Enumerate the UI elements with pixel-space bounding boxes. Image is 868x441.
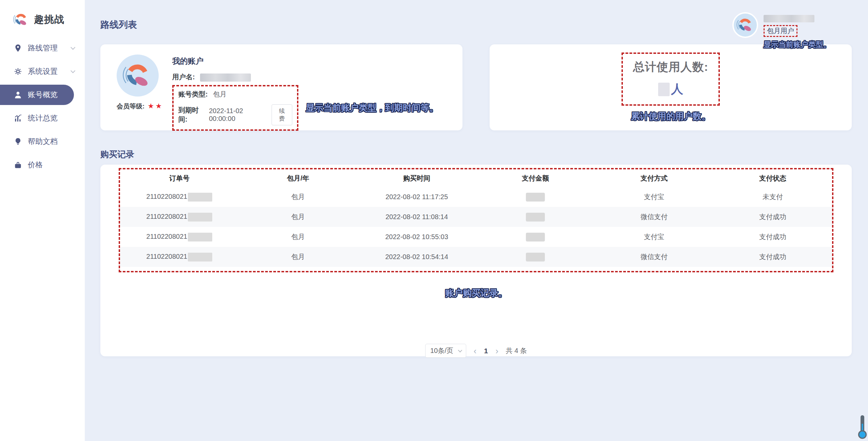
time-cell: 2022-08-02 10:55:03 (357, 227, 476, 247)
pagination-total: 共 4 条 (506, 346, 527, 355)
time-cell: 2022-08-02 10:54:14 (357, 247, 476, 267)
table-row: 21102208021 包月 2022-08-02 10:54:14 微信支付 … (120, 247, 832, 267)
redacted-order-suffix (188, 193, 212, 202)
table-header-row: 订单号 包月/年 购买时间 支付金额 支付方式 支付状态 (120, 169, 832, 187)
method-cell: 支付宝 (595, 227, 713, 247)
order-cell: 21102208021 (120, 207, 239, 227)
account-type-row: 账号类型: 包月 (178, 90, 292, 99)
account-type-label: 账号类型: (178, 90, 208, 98)
account-type-badge: 包月用户 (764, 25, 797, 37)
status-cell: 未支付 (713, 187, 832, 207)
order-prefix: 21102208021 (146, 193, 188, 200)
stats-chart-icon (14, 114, 22, 123)
redacted-username-value (200, 74, 251, 82)
total-users-unit: 人 (671, 81, 683, 98)
account-avatar (117, 55, 159, 97)
plan-cell: 包月 (239, 187, 357, 207)
account-type-wrap: 账号类型: 包月 到期时间: 2022-11-02 00:00:00 续费 显示… (172, 85, 449, 131)
sidebar: 趣挑战 路线管理 系统设置 账号概览 统计总览 (0, 0, 85, 441)
brand-q-icon (12, 11, 30, 28)
account-avatar-column: 会员等级: ★★ (117, 55, 161, 130)
table-row: 21102208021 包月 2022-08-02 11:17:25 支付宝 未… (120, 187, 832, 207)
help-doc-icon (14, 137, 22, 146)
user-avatar[interactable] (732, 12, 758, 38)
chevron-down-icon (458, 348, 462, 353)
time-cell: 2022-08-02 11:08:14 (357, 207, 476, 227)
redacted-amount (526, 233, 545, 241)
my-account-card: 会员等级: ★★ 我的账户 用户名: 账号类型: 包月 (100, 44, 462, 130)
settings-gear-icon (14, 67, 22, 76)
renew-button[interactable]: 续费 (272, 104, 292, 125)
member-level-label: 会员等级: (117, 103, 144, 110)
chevron-down-icon (71, 45, 75, 50)
col-amount: 支付金额 (476, 169, 595, 187)
next-page-icon[interactable]: › (495, 346, 498, 355)
topbar-user-area: 包月用户 显示当前账户类型。 (732, 12, 831, 50)
total-users-card: 总计使用人数: 人 累计使用的用户数。 (490, 44, 852, 130)
col-method: 支付方式 (595, 169, 713, 187)
page-size-value: 10条/页 (430, 346, 453, 355)
sidebar-item-label: 路线管理 (28, 43, 58, 53)
account-type-value: 包月 (213, 90, 226, 98)
plan-cell: 包月 (239, 247, 357, 267)
col-status: 支付状态 (713, 169, 832, 187)
username-label: 用户名: (172, 73, 195, 81)
annotation-account-type: 显示当前账户类型。 (764, 40, 831, 50)
username-row: 用户名: (172, 72, 449, 82)
account-card-title: 我的账户 (172, 56, 449, 66)
user-meta: 包月用户 显示当前账户类型。 (764, 12, 831, 50)
table-row: 21102208021 包月 2022-08-02 11:08:14 微信支付 … (120, 207, 832, 227)
total-users-value-line: 人 (633, 81, 708, 98)
redacted-order-suffix (188, 233, 212, 241)
table-row: 21102208021 包月 2022-08-02 10:55:03 支付宝 支… (120, 227, 832, 247)
sidebar-item-label: 账号概览 (28, 90, 58, 100)
redacted-amount (526, 253, 545, 261)
page-number-1[interactable]: 1 (484, 347, 488, 355)
redacted-amount (526, 213, 545, 222)
method-cell: 微信支付 (595, 247, 713, 267)
redacted-username (764, 15, 814, 22)
member-stars: ★★ (148, 102, 163, 110)
annotation-total-users: 累计使用的用户数。 (631, 110, 710, 122)
plan-cell: 包月 (239, 207, 357, 227)
sidebar-nav: 路线管理 系统设置 账号概览 统计总览 帮助文档 (0, 38, 85, 175)
sidebar-item-system-settings[interactable]: 系统设置 (0, 61, 85, 82)
expire-row: 到期时间: 2022-11-02 00:00:00 续费 (178, 104, 292, 125)
sidebar-item-price[interactable]: 价格 (0, 155, 85, 175)
member-level: 会员等级: ★★ (117, 102, 161, 111)
order-cell: 21102208021 (120, 187, 239, 207)
time-cell: 2022-08-02 11:17:25 (357, 187, 476, 207)
annotation-box-total-users: 总计使用人数: 人 (622, 52, 720, 106)
sidebar-item-label: 统计总览 (28, 113, 58, 123)
sidebar-item-account-overview[interactable]: 账号概览 (0, 85, 74, 105)
order-cell: 21102208021 (120, 247, 239, 267)
brand-q-icon (735, 15, 755, 35)
annotation-box-account-type: 账号类型: 包月 到期时间: 2022-11-02 00:00:00 续费 (172, 85, 298, 131)
order-prefix: 21102208021 (146, 253, 188, 260)
amount-cell (476, 187, 595, 207)
order-prefix: 21102208021 (146, 233, 188, 240)
page-size-select[interactable]: 10条/页 (425, 344, 466, 358)
sidebar-item-route-management[interactable]: 路线管理 (0, 38, 85, 58)
amount-cell (476, 247, 595, 267)
top-cards-row: 会员等级: ★★ 我的账户 用户名: 账号类型: 包月 (100, 44, 852, 130)
purchase-table: 订单号 包月/年 购买时间 支付金额 支付方式 支付状态 21102208021… (120, 169, 832, 267)
sidebar-item-label: 系统设置 (28, 66, 58, 77)
scroll-thermometer-widget[interactable] (858, 415, 867, 440)
sidebar-item-label: 价格 (28, 160, 43, 170)
user-icon (14, 90, 22, 99)
annotation-box-purchase-table: 订单号 包月/年 购买时间 支付金额 支付方式 支付状态 21102208021… (119, 168, 833, 272)
route-pin-icon (14, 44, 22, 52)
total-users-label: 总计使用人数: (633, 59, 708, 75)
sidebar-item-help-docs[interactable]: 帮助文档 (0, 131, 85, 152)
annotation-purchase-records: 账户购买记录。 (119, 287, 833, 299)
order-cell: 21102208021 (120, 227, 239, 247)
sidebar-item-stats-overview[interactable]: 统计总览 (0, 108, 85, 128)
method-cell: 支付宝 (595, 187, 713, 207)
pagination: 10条/页 ‹ 1 › 共 4 条 (119, 344, 833, 358)
app-logo-text: 趣挑战 (34, 13, 64, 26)
amount-cell (476, 207, 595, 227)
redacted-order-suffix (188, 253, 212, 261)
prev-page-icon[interactable]: ‹ (474, 346, 477, 355)
col-buy-time: 购买时间 (357, 169, 476, 187)
